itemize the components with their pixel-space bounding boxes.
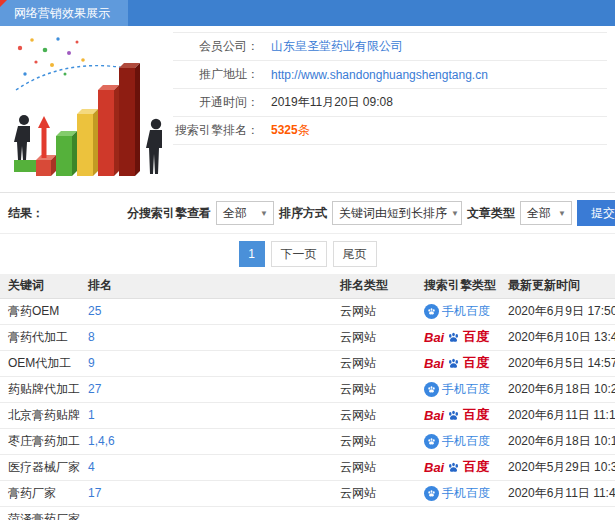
engine-mobile-baidu: 手机百度 [424, 433, 490, 450]
rank-link[interactable]: 8 [88, 330, 95, 344]
paw-icon [447, 409, 460, 422]
company-row: 会员公司： 山东皇圣堂药业有限公司 [173, 33, 607, 61]
rank-type-cell: 云网站 [332, 376, 416, 402]
engine-label: 手机百度 [442, 303, 490, 320]
rank-link[interactable]: 1 [88, 408, 95, 422]
rank-cell: 17 [80, 480, 332, 506]
engine-mobile-baidu: 手机百度 [424, 485, 490, 502]
engine-mobile-baidu: 手机百度 [424, 303, 490, 320]
engine-cell: Bai百度 [416, 324, 500, 350]
baidu-logo-cn: 百度 [463, 328, 489, 346]
table-row: 菏泽膏药厂家 [0, 506, 615, 520]
table-row: 北京膏药贴牌1云网站Bai百度2020年6月11日 11:18 [0, 402, 615, 428]
engine-select[interactable]: 全部 ▼ [216, 201, 274, 225]
engine-filter-label: 分搜索引擎查看 [127, 205, 211, 222]
table-row: 药贴牌代加工27云网站手机百度2020年6月18日 10:25 [0, 376, 615, 402]
page: 网络营销效果展示 [0, 0, 615, 520]
engine-cell: Bai百度 [416, 350, 500, 376]
open-time-row: 开通时间： 2019年11月20日 09:08 [173, 89, 607, 117]
engine-cell: 手机百度 [416, 298, 500, 324]
baidu-paw-icon [447, 461, 460, 474]
paw-icon [427, 385, 436, 394]
engine-cell: 手机百度 [416, 376, 500, 402]
mobile-baidu-icon [424, 486, 439, 501]
rank-link[interactable]: 4 [88, 460, 95, 474]
rank-cell: 27 [80, 376, 332, 402]
paw-icon [427, 437, 436, 446]
type-filter-label: 文章类型 [467, 205, 515, 222]
rank-link[interactable]: 17 [88, 486, 101, 500]
updated-cell: 2020年6月18日 10:25 [500, 376, 615, 402]
updated-cell: 2020年6月9日 17:50 [500, 298, 615, 324]
engine-label: 手机百度 [442, 485, 490, 502]
header-engine-type: 搜索引擎类型 [416, 274, 500, 298]
rank-type-cell: 云网站 [332, 324, 416, 350]
tab-title: 网络营销效果展示 [14, 6, 110, 20]
table-header-row: 关键词 排名 排名类型 搜索引擎类型 最新更新时间 [0, 274, 615, 298]
baidu-paw-icon [447, 331, 460, 344]
updated-cell: 2020年6月18日 10:19 [500, 428, 615, 454]
sort-select[interactable]: 关键词由短到长排序 ▼ [332, 201, 462, 225]
header-rank-type: 排名类型 [332, 274, 416, 298]
baidu-logo-latin: Bai [424, 356, 444, 371]
engine-cell: 手机百度 [416, 428, 500, 454]
keyword-cell: 膏药厂家 [0, 480, 80, 506]
table-row: OEM代加工9云网站Bai百度2020年6月5日 14:57 [0, 350, 615, 376]
keyword-cell: 北京膏药贴牌 [0, 402, 80, 428]
type-select[interactable]: 全部 ▼ [520, 201, 572, 225]
rank-link[interactable]: 25 [88, 304, 101, 318]
rank-type-cell: 云网站 [332, 480, 416, 506]
paw-icon [427, 307, 436, 316]
growth-chart-illustration [8, 32, 173, 180]
mobile-baidu-icon [424, 434, 439, 449]
header-updated: 最新更新时间 [500, 274, 615, 298]
engine-rank-label: 搜索引擎排名： [173, 122, 259, 139]
page-next[interactable]: 下一页 [271, 241, 327, 267]
rank-type-cell: 云网站 [332, 350, 416, 376]
rank-cell: 25 [80, 298, 332, 324]
tab-marketing-results[interactable]: 网络营销效果展示 [0, 0, 128, 26]
updated-cell: 2020年5月29日 10:32 [500, 454, 615, 480]
baidu-logo-latin: Bai [424, 408, 444, 423]
promo-url-link[interactable]: http://www.shandonghuangshengtang.cn [271, 68, 488, 82]
results-table-body: 膏药OEM25云网站手机百度2020年6月9日 17:50膏药代加工8云网站Ba… [0, 298, 615, 520]
header-keyword: 关键词 [0, 274, 80, 298]
updated-cell: 2020年6月5日 14:57 [500, 350, 615, 376]
paw-icon [447, 461, 460, 474]
submit-button[interactable]: 提交 [577, 200, 615, 226]
filter-controls: 分搜索引擎查看 全部 ▼ 排序方式 关键词由短到长排序 ▼ 文章类型 全部 ▼ … [127, 200, 607, 226]
chevron-down-icon: ▼ [558, 209, 566, 218]
paw-icon [447, 357, 460, 370]
page-last[interactable]: 尾页 [333, 241, 377, 267]
result-label: 结果： [8, 205, 44, 222]
baidu-logo-latin: Bai [424, 460, 444, 475]
pagination: 1 下一页 尾页 [0, 234, 615, 274]
red-up-arrow [38, 116, 50, 158]
summary-table: 会员公司： 山东皇圣堂药业有限公司 推广地址： http://www.shand… [173, 32, 607, 145]
keyword-cell: 药贴牌代加工 [0, 376, 80, 402]
mobile-baidu-icon [424, 382, 439, 397]
rank-type-cell: 云网站 [332, 298, 416, 324]
rank-link[interactable]: 9 [88, 356, 95, 370]
engine-rank-row: 搜索引擎排名： 5325条 [173, 117, 607, 145]
rank-type-cell: 云网站 [332, 428, 416, 454]
keyword-cell: OEM代加工 [0, 350, 80, 376]
type-select-value: 全部 [527, 205, 551, 222]
company-link[interactable]: 山东皇圣堂药业有限公司 [271, 38, 403, 55]
rank-link[interactable]: 1,4,6 [88, 434, 115, 448]
table-row: 枣庄膏药加工1,4,6云网站手机百度2020年6月18日 10:19 [0, 428, 615, 454]
rank-cell: 1,4,6 [80, 428, 332, 454]
engine-label: 手机百度 [442, 381, 490, 398]
rank-link[interactable]: 27 [88, 382, 101, 396]
paw-icon [447, 331, 460, 344]
page-current[interactable]: 1 [239, 241, 265, 267]
engine-cell [416, 506, 500, 520]
baidu-logo-cn: 百度 [463, 406, 489, 424]
open-time-value: 2019年11月20日 09:08 [271, 94, 393, 111]
rank-cell: 1 [80, 402, 332, 428]
summary-section: 会员公司： 山东皇圣堂药业有限公司 推广地址： http://www.shand… [0, 26, 615, 184]
pedestal-block [14, 160, 36, 172]
businessman-left-icon [14, 115, 30, 160]
engine-baidu: Bai百度 [424, 406, 489, 424]
engine-cell: 手机百度 [416, 480, 500, 506]
